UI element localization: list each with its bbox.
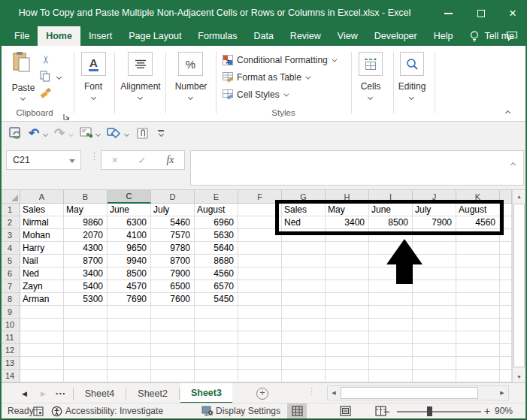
number-group-button[interactable]: %: [178, 52, 203, 76]
cell-J8[interactable]: [413, 293, 456, 306]
cell-B11[interactable]: [64, 331, 108, 344]
cell-E12[interactable]: [195, 344, 238, 357]
customize-quick-access-button[interactable]: [158, 125, 164, 141]
column-header-D[interactable]: D: [151, 190, 195, 204]
sheet-tab-sheet2[interactable]: Sheet2: [127, 383, 178, 403]
column-header-B[interactable]: B: [64, 190, 108, 204]
column-header-partial[interactable]: [500, 190, 512, 204]
collapse-ribbon-button[interactable]: [506, 104, 513, 110]
minimize-button[interactable]: [435, 0, 461, 26]
cells-dropdown-icon[interactable]: [368, 95, 373, 100]
cell-partial-8[interactable]: [500, 293, 512, 306]
cell-H7[interactable]: [326, 280, 369, 293]
cell-D11[interactable]: [151, 331, 195, 344]
cell-A1[interactable]: Sales: [20, 204, 64, 216]
name-box-dropdown-icon[interactable]: [69, 159, 75, 163]
cell-I10[interactable]: [369, 319, 413, 331]
cell-D13[interactable]: [151, 357, 195, 370]
scroll-left-icon[interactable]: ◀: [328, 386, 340, 400]
formula-bar-input[interactable]: [190, 150, 524, 186]
horizontal-scrollbar-thumb[interactable]: [341, 387, 478, 399]
cell-C14[interactable]: [108, 370, 151, 382]
cell-G4[interactable]: [282, 242, 326, 255]
cell-B14[interactable]: [64, 370, 108, 382]
cell-partial-13[interactable]: [500, 357, 512, 370]
add-sheet-button[interactable]: +: [256, 388, 268, 400]
cell-E9[interactable]: [195, 306, 238, 319]
cell-I2[interactable]: 8500: [369, 216, 413, 229]
horizontal-scrollbar[interactable]: ◀ ▶: [327, 385, 509, 400]
cell-G12[interactable]: [282, 344, 326, 357]
cell-H12[interactable]: [326, 344, 369, 357]
cell-styles-button[interactable]: Cell Styles: [223, 89, 287, 100]
cell-C10[interactable]: [108, 319, 151, 331]
cell-A2[interactable]: Nirmal: [20, 216, 64, 229]
cell-E1[interactable]: August: [195, 204, 238, 216]
cut-icon[interactable]: ✂: [40, 55, 52, 64]
name-box[interactable]: C21: [6, 150, 81, 170]
select-all-button[interactable]: [0, 190, 20, 204]
shapes-dropdown-icon[interactable]: [124, 131, 129, 137]
cell-K10[interactable]: [456, 319, 500, 331]
cell-B13[interactable]: [64, 357, 108, 370]
row-header-8[interactable]: 8: [0, 293, 20, 306]
save-sync-button[interactable]: [9, 125, 23, 141]
cell-D4[interactable]: 9780: [151, 242, 195, 255]
column-header-C[interactable]: C: [108, 190, 151, 204]
cell-partial-5[interactable]: [500, 255, 512, 267]
number-dropdown-icon[interactable]: [188, 95, 193, 100]
cell-G8[interactable]: [282, 293, 326, 306]
cell-H1[interactable]: May: [326, 204, 369, 216]
cell-A8[interactable]: Arman: [20, 293, 64, 306]
cell-A5[interactable]: Nail: [20, 255, 64, 267]
column-header-I[interactable]: I: [369, 190, 413, 204]
cell-C11[interactable]: [108, 331, 151, 344]
cell-partial-10[interactable]: [500, 319, 512, 331]
touch-mode-button[interactable]: [137, 125, 150, 141]
cell-G14[interactable]: [282, 370, 326, 382]
cell-F3[interactable]: [238, 229, 282, 242]
paste-dropdown-icon[interactable]: [20, 95, 26, 101]
cell-I1[interactable]: June: [369, 204, 413, 216]
cell-K2[interactable]: 4560: [456, 216, 500, 229]
cell-B2[interactable]: 9860: [64, 216, 108, 229]
comments-button[interactable]: [506, 26, 518, 46]
cell-G9[interactable]: [282, 306, 326, 319]
cell-C7[interactable]: 4570: [108, 280, 151, 293]
cell-A11[interactable]: [20, 331, 64, 344]
cell-J12[interactable]: [413, 344, 456, 357]
cell-partial-2[interactable]: [500, 216, 512, 229]
cell-B1[interactable]: May: [64, 204, 108, 216]
cell-F10[interactable]: [238, 319, 282, 331]
sheet-tab-sheet4[interactable]: Sheet4: [74, 383, 126, 403]
tab-data[interactable]: Data: [245, 26, 281, 46]
cell-D2[interactable]: 5460: [151, 216, 195, 229]
row-header-4[interactable]: 4: [0, 242, 20, 255]
conditional-formatting-button[interactable]: ≠ Conditional Formatting: [223, 55, 335, 65]
cell-B8[interactable]: 5300: [64, 293, 108, 306]
tab-file[interactable]: File: [6, 26, 38, 46]
cell-E14[interactable]: [195, 370, 238, 382]
cell-E2[interactable]: 6960: [195, 216, 238, 229]
cell-A7[interactable]: Zayn: [20, 280, 64, 293]
cell-D1[interactable]: July: [151, 204, 195, 216]
cell-partial-4[interactable]: [500, 242, 512, 255]
cell-C9[interactable]: [108, 306, 151, 319]
zoom-slider-handle[interactable]: [427, 406, 432, 416]
row-header-6[interactable]: 6: [0, 267, 20, 280]
undo-button[interactable]: ↶: [29, 125, 39, 141]
cell-C6[interactable]: 8500: [108, 267, 151, 280]
cell-B5[interactable]: 8700: [64, 255, 108, 267]
cell-C3[interactable]: 4100: [108, 229, 151, 242]
cell-partial-3[interactable]: [500, 229, 512, 242]
macro-record-button[interactable]: [33, 403, 44, 418]
tab-formulas[interactable]: Formulas: [189, 26, 245, 46]
enter-icon[interactable]: ✓: [138, 155, 147, 166]
cell-J2[interactable]: 7900: [413, 216, 456, 229]
cell-F2[interactable]: [238, 216, 282, 229]
next-sheet-icon[interactable]: ▶: [34, 390, 53, 397]
cell-K8[interactable]: [456, 293, 500, 306]
cell-A12[interactable]: [20, 344, 64, 357]
cell-J10[interactable]: [413, 319, 456, 331]
cell-partial-12[interactable]: [500, 344, 512, 357]
